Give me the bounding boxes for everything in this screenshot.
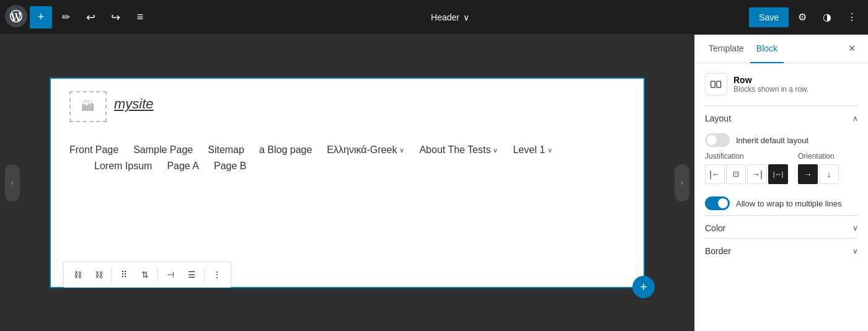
- block-inner-link-button[interactable]: ⛓: [89, 265, 108, 285]
- undo-icon: ↩: [86, 11, 95, 24]
- block-link-button[interactable]: ⛓: [68, 265, 87, 285]
- color-chevron-icon: ∨: [852, 224, 858, 232]
- nav-item-page-b[interactable]: Page B: [214, 161, 246, 172]
- contrast-icon: ◑: [823, 11, 831, 23]
- justify-right-button[interactable]: →|: [747, 164, 767, 184]
- block-drag-button[interactable]: ⠿: [114, 265, 134, 285]
- block-align-button[interactable]: ☰: [182, 265, 202, 285]
- scroll-handle-right[interactable]: ›: [675, 164, 689, 201]
- border-section-header[interactable]: Border ∨: [705, 238, 858, 261]
- orientation-buttons: → ↓: [798, 164, 858, 184]
- border-section: Border ∨: [705, 238, 858, 261]
- nav-item-about-tests[interactable]: About The Tests: [419, 144, 498, 156]
- main-area: ‹ 🏔 mysite Front Page Sample Page Sitema…: [0, 35, 868, 331]
- nav-item-sitemap[interactable]: Sitemap: [208, 144, 244, 156]
- justify-left-button[interactable]: |←: [705, 164, 725, 184]
- justify-space-between-icon: |↔|: [773, 170, 784, 178]
- justify-space-between-button[interactable]: |↔|: [768, 164, 788, 184]
- add-block-corner-button[interactable]: +: [632, 276, 655, 298]
- toolbar-right: Save ⚙ ◑ ⋮: [749, 6, 863, 29]
- border-chevron-icon: ∨: [852, 247, 858, 255]
- justification-orientation-row: Justification |← ⊡ →|: [705, 152, 858, 192]
- plus-icon: +: [640, 280, 647, 294]
- color-section-label: Color: [705, 223, 725, 233]
- block-justify-button[interactable]: ⊣: [161, 265, 180, 285]
- nav-item-front-page[interactable]: Front Page: [69, 144, 118, 156]
- justify-icon: ⊣: [167, 270, 174, 280]
- orientation-group: Orientation → ↓: [798, 152, 858, 192]
- nav-item-blog-page[interactable]: a Blog page: [259, 144, 312, 156]
- block-more-button[interactable]: ⋮: [207, 265, 227, 285]
- wrap-toggle-knob: [718, 198, 728, 208]
- site-logo-area[interactable]: 🏔: [69, 91, 107, 122]
- orientation-vertical-icon: ↓: [827, 169, 831, 179]
- link-icon: ⛓: [74, 270, 82, 280]
- canvas-area: ‹ 🏔 mysite Front Page Sample Page Sitema…: [0, 35, 694, 331]
- drag-icon: ⠿: [121, 270, 127, 280]
- justification-label: Justification: [705, 152, 788, 161]
- arrows-updown-icon: ⇅: [141, 270, 149, 280]
- justify-center-button[interactable]: ⊡: [726, 164, 746, 184]
- nav-item-level1[interactable]: Level 1: [513, 144, 552, 156]
- add-block-button[interactable]: +: [30, 6, 52, 29]
- justify-right-icon: →|: [751, 169, 763, 179]
- undo-button[interactable]: ↩: [79, 6, 102, 29]
- tab-template[interactable]: Template: [702, 35, 750, 63]
- orientation-horizontal-icon: →: [804, 169, 812, 179]
- block-toolbar: ⛓ ⛓ ⠿ ⇅ ⊣ ☰: [63, 262, 231, 288]
- save-button[interactable]: Save: [749, 7, 789, 27]
- toolbar-left: + ✏ ↩ ↪ ≡: [5, 5, 151, 30]
- svg-rect-1: [717, 81, 721, 87]
- border-section-label: Border: [705, 246, 731, 256]
- panel-close-button[interactable]: ×: [843, 40, 861, 58]
- tab-block[interactable]: Block: [750, 35, 784, 63]
- settings-button[interactable]: ⚙: [791, 6, 813, 29]
- nav-item-page-a[interactable]: Page A: [167, 161, 199, 172]
- inherit-layout-toggle[interactable]: [705, 133, 730, 147]
- justify-center-icon: ⊡: [733, 170, 739, 179]
- right-panel: Template Block × Row Blocks shown in a r…: [694, 35, 868, 331]
- inner-link-icon: ⛓: [95, 270, 103, 280]
- layout-section-header[interactable]: Layout ∧: [705, 105, 858, 128]
- scroll-handle-left[interactable]: ‹: [5, 164, 20, 201]
- more-options-button[interactable]: ⋮: [841, 6, 863, 29]
- header-title-button[interactable]: Header ∨: [423, 7, 477, 27]
- block-info: Row Blocks shown in a row.: [705, 73, 858, 95]
- nav-menu: Front Page Sample Page Sitemap a Blog pa…: [69, 144, 625, 156]
- orientation-horizontal-button[interactable]: →: [798, 164, 818, 184]
- wp-logo-button[interactable]: [5, 5, 27, 27]
- redo-button[interactable]: ↪: [104, 6, 126, 29]
- list-view-button[interactable]: ≡: [129, 6, 151, 29]
- panel-body: Row Blocks shown in a row. Layout ∧ Inhe…: [695, 63, 868, 331]
- align-center-icon: ☰: [188, 270, 196, 280]
- vertical-dots-icon: ⋮: [213, 270, 221, 280]
- layout-section-label: Layout: [705, 113, 731, 123]
- svg-rect-0: [711, 81, 715, 87]
- inherit-layout-row: Inherit default layout: [705, 133, 858, 147]
- toolbar-divider-3: [204, 267, 205, 282]
- header-chevron-icon: ∨: [463, 12, 469, 22]
- toolbar-center: Header ∨: [154, 7, 746, 27]
- contrast-button[interactable]: ◑: [816, 6, 838, 29]
- sub-nav-menu: Lorem Ipsum Page A Page B: [69, 161, 625, 172]
- nav-item-lorem-ipsum[interactable]: Lorem Ipsum: [94, 161, 152, 172]
- block-name-label: Row: [733, 75, 808, 85]
- site-title[interactable]: mysite: [114, 96, 154, 112]
- edit-button[interactable]: ✏: [55, 6, 77, 29]
- orientation-vertical-button[interactable]: ↓: [819, 164, 839, 184]
- wrap-toggle-row: Allow to wrap to multiple lines: [705, 196, 858, 210]
- justification-group: Justification |← ⊡ →|: [705, 152, 788, 192]
- color-section-header[interactable]: Color ∨: [705, 215, 858, 238]
- panel-tabs: Template Block ×: [695, 35, 868, 63]
- row-block-icon: [705, 73, 727, 95]
- top-bar: + ✏ ↩ ↪ ≡ Header ∨ Save ⚙ ◑ ⋮: [0, 0, 868, 35]
- nav-item-greek[interactable]: Ελληνικά-Greek: [327, 144, 404, 156]
- editor-block: 🏔 mysite Front Page Sample Page Sitemap …: [50, 77, 645, 288]
- toolbar-divider-2: [157, 267, 158, 282]
- pencil-icon: ✏: [62, 11, 70, 23]
- wrap-toggle-label: Allow to wrap to multiple lines: [736, 199, 842, 208]
- settings-icon: ⚙: [798, 11, 807, 23]
- block-move-button[interactable]: ⇅: [135, 265, 155, 285]
- wrap-toggle[interactable]: [705, 196, 730, 210]
- nav-item-sample-page[interactable]: Sample Page: [133, 144, 193, 156]
